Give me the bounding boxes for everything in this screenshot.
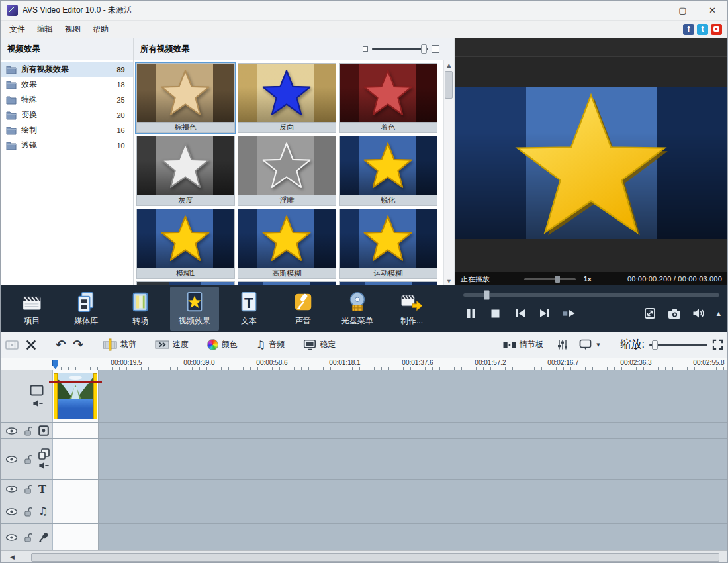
menu-help[interactable]: 帮助: [87, 21, 114, 38]
lock-icon[interactable]: [24, 454, 32, 464]
maximize-button[interactable]: ▢: [668, 1, 698, 20]
menu-file[interactable]: 文件: [3, 21, 31, 38]
sidebar-item[interactable]: 效果18: [1, 77, 133, 92]
clip-right-handle[interactable]: [93, 373, 97, 419]
effect-tile[interactable]: 模糊1: [136, 209, 235, 279]
effects-grid-scrollbar[interactable]: ▲ ▼: [443, 60, 454, 285]
audio-button[interactable]: ♫音频: [256, 339, 285, 350]
video-track-lane[interactable]: [52, 370, 727, 422]
sidebar-item[interactable]: 绘制16: [1, 123, 133, 138]
toolbar-tab-produce[interactable]: 制作...: [387, 287, 436, 331]
eye-icon[interactable]: [5, 534, 18, 541]
sidebar-item[interactable]: 变换20: [1, 107, 133, 123]
thumbnail-zoom-slider[interactable]: [372, 48, 428, 50]
effect-tile[interactable]: 高斯模糊: [238, 209, 336, 279]
color-button[interactable]: 颜色: [207, 339, 238, 350]
speed-slider[interactable]: [524, 278, 576, 280]
volume-expand-icon[interactable]: ▲: [717, 311, 721, 317]
comment-button[interactable]: ▼: [579, 339, 600, 350]
sidebar-item[interactable]: 特殊25: [1, 92, 133, 107]
play-to-button[interactable]: [563, 307, 576, 320]
playhead-marker[interactable]: [52, 360, 58, 369]
timeline-scrollbar-thumb[interactable]: [31, 553, 719, 562]
snapshot-button[interactable]: [668, 307, 681, 320]
seek-thumb[interactable]: [484, 290, 490, 300]
menu-edit[interactable]: 编辑: [31, 21, 59, 38]
redo-icon[interactable]: ↷: [73, 338, 83, 351]
toolbar-tab-disc-menu[interactable]: 光盘菜单: [333, 287, 382, 331]
lock-icon[interactable]: [24, 426, 32, 436]
overlay-track-lane[interactable]: [52, 439, 727, 479]
fit-timeline-icon[interactable]: [712, 339, 723, 350]
speed-button[interactable]: 速度: [155, 338, 189, 351]
menu-view[interactable]: 视图: [59, 21, 87, 38]
toolbar-tab-project[interactable]: 项目: [7, 287, 56, 331]
timeline-zoom-slider[interactable]: [649, 344, 707, 346]
timeline-scrollbar[interactable]: ◀: [1, 550, 727, 563]
lock-icon[interactable]: [24, 533, 32, 542]
toolbar-tab-sound[interactable]: 声音: [279, 287, 328, 331]
lock-icon[interactable]: [24, 507, 32, 517]
stop-button[interactable]: [489, 307, 502, 320]
toolbar-tab-transitions[interactable]: 转场: [116, 287, 165, 331]
volume-line[interactable]: [49, 381, 102, 383]
effect-tile[interactable]: 灰度: [136, 136, 235, 206]
timeline-zoom-thumb[interactable]: [652, 340, 658, 350]
toolbar-tab-text[interactable]: T文本: [224, 287, 273, 331]
sidebar-item[interactable]: 所有视频效果89: [1, 62, 133, 77]
effect-tile[interactable]: 运动模糊: [339, 209, 437, 279]
undo-icon[interactable]: ↶: [56, 338, 66, 351]
facebook-icon[interactable]: f: [683, 24, 694, 35]
scroll-down-icon[interactable]: ▼: [444, 276, 454, 285]
storyboard-button[interactable]: 情节板: [503, 339, 543, 350]
effect-tile[interactable]: 浮雕: [238, 136, 336, 206]
effects-track-lane[interactable]: [52, 423, 727, 438]
sidebar-item[interactable]: 透镜10: [1, 138, 133, 153]
app-window: AVS Video Editor 10.0 - 未激活 – ▢ ✕ 文件 编辑 …: [0, 0, 728, 563]
audio-mixer-icon[interactable]: [557, 339, 569, 350]
close-button[interactable]: ✕: [698, 1, 727, 20]
text-track-lane[interactable]: [52, 480, 727, 499]
toolbar-tab-effects[interactable]: 视频效果: [170, 287, 219, 331]
fullscreen-button[interactable]: [643, 307, 657, 320]
effect-tile-partial[interactable]: [136, 282, 235, 285]
zoom-slider-thumb[interactable]: [421, 44, 427, 54]
eye-icon[interactable]: [5, 456, 18, 463]
mute-speaker-icon[interactable]: [38, 462, 50, 470]
effect-tile[interactable]: 棕褐色: [136, 63, 235, 133]
split-clip-icon[interactable]: [5, 339, 19, 351]
prev-frame-button[interactable]: [514, 307, 527, 320]
stabilize-button[interactable]: 稳定: [303, 339, 336, 350]
minimize-button[interactable]: –: [638, 1, 668, 20]
effect-tile-partial[interactable]: [238, 282, 336, 285]
volume-button[interactable]: [692, 307, 705, 320]
speed-slider-thumb[interactable]: [555, 276, 560, 283]
effect-tile[interactable]: 锐化: [339, 136, 437, 206]
eye-icon[interactable]: [5, 427, 18, 435]
effect-tile-partial[interactable]: [339, 282, 437, 285]
youtube-icon[interactable]: ▸: [711, 24, 722, 35]
mute-speaker-icon[interactable]: [32, 399, 44, 407]
lock-icon[interactable]: [24, 484, 32, 494]
effect-tile[interactable]: 着色: [339, 63, 437, 133]
zoom-out-icon[interactable]: [363, 46, 368, 52]
timeline-ruler[interactable]: 00:00:19.500:00:39.000:00:58.600:01:18.1…: [1, 358, 727, 370]
voice-track-lane[interactable]: [52, 524, 727, 550]
eye-icon[interactable]: [5, 486, 18, 493]
zoom-in-icon[interactable]: [432, 45, 439, 53]
eye-icon[interactable]: [5, 508, 18, 515]
twitter-icon[interactable]: t: [697, 24, 708, 35]
video-clip[interactable]: [54, 373, 97, 419]
music-track-lane[interactable]: [52, 499, 727, 523]
video-frame-icon[interactable]: [30, 385, 44, 396]
delete-icon[interactable]: [26, 340, 36, 350]
seek-slider[interactable]: [463, 293, 719, 297]
trim-button[interactable]: 裁剪: [103, 338, 136, 351]
scroll-up-icon[interactable]: ▲: [444, 60, 454, 70]
pause-button[interactable]: [465, 307, 478, 320]
scroll-left-icon[interactable]: ◀: [10, 554, 15, 560]
toolbar-tab-library[interactable]: 媒体库: [62, 287, 111, 331]
scrollbar-thumb[interactable]: [445, 71, 453, 99]
effect-tile[interactable]: 反向: [238, 63, 336, 133]
next-frame-button[interactable]: [538, 307, 551, 320]
